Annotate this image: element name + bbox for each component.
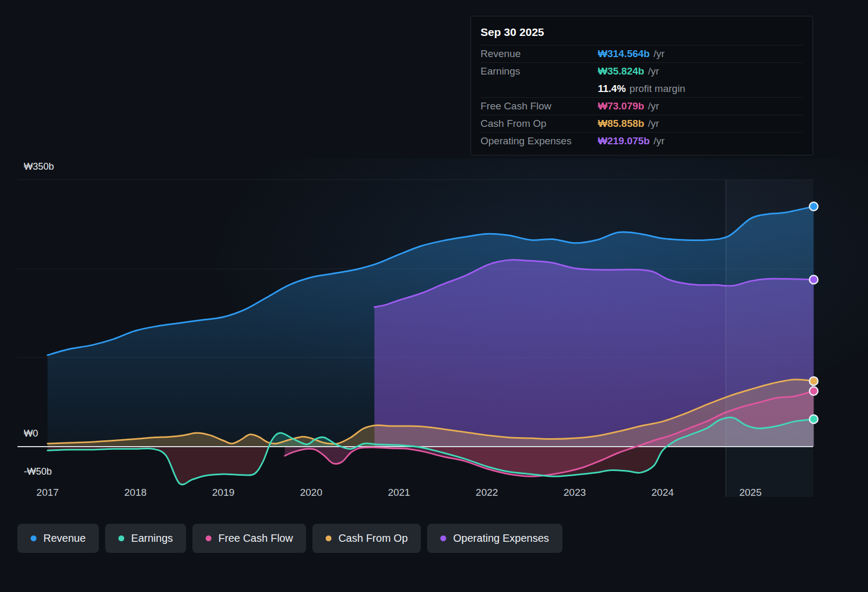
x-axis-label-2020: 2020 — [300, 487, 322, 498]
tooltip-row-value: ₩314.564b — [598, 48, 650, 60]
tooltip-row-label: Earnings — [481, 66, 598, 77]
tooltip-row-suffix: /yr — [648, 118, 659, 130]
legend-item-revenue[interactable]: Revenue — [17, 524, 99, 553]
legend-item-free-cash-flow[interactable]: Free Cash Flow — [192, 524, 306, 553]
x-axis-label-2019: 2019 — [212, 487, 234, 498]
free-cash-flow-end-marker-icon — [809, 387, 818, 395]
tooltip-row-free-cash-flow: Free Cash Flow₩73.079b/yr — [481, 97, 803, 115]
earnings-end-marker-icon — [809, 415, 818, 423]
chart-canvas[interactable]: 201720182019202020212022202320242025 — [0, 159, 868, 507]
tooltip-row-value: ₩73.079b — [598, 100, 644, 112]
chart-legend: RevenueEarningsFree Cash FlowCash From O… — [17, 524, 562, 553]
y-axis-label: -₩50b — [24, 466, 52, 477]
tooltip-row-suffix: /yr — [648, 100, 659, 112]
earnings-legend-dot-icon — [118, 535, 124, 541]
tooltip-date-title: Sep 30 2025 — [481, 23, 803, 45]
cash-from-op-legend-dot-icon — [326, 535, 331, 541]
x-axis-label-2025: 2025 — [739, 487, 761, 498]
revenue-legend-dot-icon — [31, 535, 36, 541]
x-axis-label-2022: 2022 — [476, 487, 498, 498]
data-tooltip: Sep 30 2025 Revenue₩314.564b/yrEarnings₩… — [470, 16, 813, 155]
tooltip-row-value: ₩85.858b — [598, 118, 644, 130]
tooltip-row-suffix: /yr — [653, 48, 664, 60]
tooltip-row-cash-from-op: Cash From Op₩85.858b/yr — [481, 115, 803, 132]
legend-item-cash-from-op[interactable]: Cash From Op — [312, 524, 421, 553]
x-axis-label-2021: 2021 — [388, 487, 410, 498]
tooltip-row-label: Free Cash Flow — [481, 100, 598, 112]
operating-expenses-end-marker-icon — [809, 275, 818, 284]
operating-expenses-legend-dot-icon — [440, 535, 446, 541]
x-axis-label-2024: 2024 — [651, 487, 674, 498]
tooltip-row-label: Cash From Op — [481, 118, 598, 130]
cash-from-op-end-marker-icon — [809, 377, 818, 385]
tooltip-row-label: Revenue — [481, 48, 598, 60]
x-axis-label-2017: 2017 — [36, 487, 59, 498]
legend-item-label: Revenue — [43, 532, 86, 544]
tooltip-row-revenue: Revenue₩314.564b/yr — [481, 45, 803, 62]
free-cash-flow-legend-dot-icon — [206, 535, 211, 541]
tooltip-rows: Revenue₩314.564b/yrEarnings₩35.824b/yr11… — [481, 45, 803, 150]
x-axis-label-2018: 2018 — [124, 487, 146, 498]
x-axis-label-2023: 2023 — [564, 487, 586, 498]
legend-item-operating-expenses[interactable]: Operating Expenses — [427, 524, 562, 553]
tooltip-row-value: 11.4% — [598, 83, 626, 95]
tooltip-row-profit-margin: 11.4%profit margin — [481, 80, 803, 97]
legend-item-label: Operating Expenses — [453, 532, 549, 544]
revenue-end-marker-icon — [809, 202, 818, 211]
tooltip-row-suffix: /yr — [653, 135, 664, 147]
legend-item-earnings[interactable]: Earnings — [105, 524, 186, 553]
legend-item-label: Free Cash Flow — [218, 532, 293, 544]
tooltip-row-value: ₩35.824b — [598, 66, 644, 77]
legend-item-label: Earnings — [131, 532, 173, 544]
tooltip-row-earnings: Earnings₩35.824b/yr — [481, 62, 803, 80]
tooltip-row-value: ₩219.075b — [598, 135, 650, 147]
tooltip-row-suffix: /yr — [648, 66, 659, 77]
y-axis-label: ₩350b — [24, 161, 54, 172]
tooltip-row-label: Operating Expenses — [481, 135, 598, 147]
legend-item-label: Cash From Op — [338, 532, 408, 544]
y-axis-label: ₩0 — [24, 428, 38, 439]
tooltip-row-suffix: profit margin — [630, 83, 686, 95]
tooltip-row-operating-expenses: Operating Expenses₩219.075b/yr — [481, 132, 803, 150]
